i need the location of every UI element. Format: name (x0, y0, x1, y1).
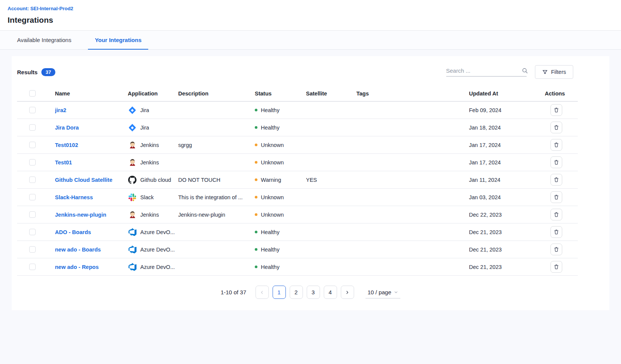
row-checkbox[interactable] (29, 211, 36, 218)
column-header-name: Name (55, 91, 128, 97)
row-checkbox[interactable] (29, 264, 36, 270)
application-name: Jenkins (140, 159, 159, 166)
status-dot (255, 266, 257, 268)
column-header-application: Application (128, 91, 178, 97)
table-row: Jenkins-new-plugin Jenkins Jenkins-new-p… (17, 206, 578, 223)
row-checkbox[interactable] (29, 194, 36, 200)
delete-button[interactable] (550, 244, 562, 255)
delete-button[interactable] (550, 139, 562, 151)
application-name: Jenkins (140, 142, 159, 148)
page-button-4[interactable]: 4 (324, 286, 337, 299)
column-header-actions: Actions (545, 91, 578, 97)
tab-available-integrations[interactable]: Available Integrations (10, 31, 78, 50)
azure-devops-icon (128, 263, 137, 271)
status-dot (255, 196, 257, 198)
jira-icon (128, 106, 137, 114)
status-dot (255, 126, 257, 129)
delete-button[interactable] (550, 122, 562, 133)
delete-button[interactable] (550, 209, 562, 220)
integration-name-link[interactable]: Test0102 (55, 142, 78, 148)
status-dot (255, 248, 257, 251)
jira-icon (128, 123, 137, 132)
select-all-checkbox[interactable] (29, 90, 36, 97)
azure-devops-icon (128, 228, 137, 236)
page-button-2[interactable]: 2 (290, 286, 303, 299)
application-name: Jenkins (140, 212, 159, 218)
table-header-row: Name Application Description Status Sate… (17, 86, 578, 102)
row-checkbox[interactable] (29, 142, 36, 148)
integration-name-link[interactable]: Jenkins-new-plugin (55, 212, 106, 218)
updated-at: Dec 22, 2023 (469, 212, 545, 218)
azure-devops-icon (128, 245, 137, 253)
next-page-button[interactable] (341, 286, 354, 299)
updated-at: Jan 17, 2024 (469, 159, 545, 166)
table-row: Github Cloud Satellite Github cloud DO N… (17, 171, 578, 189)
integration-name-link[interactable]: Github Cloud Satellite (55, 177, 112, 183)
status-label: Unknown (261, 194, 284, 200)
trash-icon (554, 212, 559, 217)
description: Jenkins-new-plugin (178, 212, 255, 218)
account-link[interactable]: Account: SEI-Internal-Prod2 (8, 6, 73, 11)
table-row: Test0102 Jenkins sgrgg Unknown (17, 136, 578, 154)
column-header-updated-at: Updated At (469, 91, 545, 97)
status-dot (255, 161, 257, 164)
filters-button[interactable]: Filters (535, 65, 573, 79)
page-button-1[interactable]: 1 (273, 286, 286, 299)
integration-name-link[interactable]: ADO - Boards (55, 229, 91, 235)
status-dot (255, 213, 257, 216)
jenkins-icon (128, 211, 137, 219)
description: sgrgg (178, 142, 255, 148)
status-dot (255, 231, 257, 233)
chevron-left-icon (260, 290, 264, 295)
row-checkbox[interactable] (29, 124, 36, 131)
satellite-value: YES (306, 177, 356, 183)
chevron-right-icon (345, 290, 350, 295)
integration-name-link[interactable]: Test01 (55, 159, 72, 166)
column-header-tags: Tags (356, 91, 469, 97)
column-header-status: Status (255, 91, 306, 97)
slack-icon (128, 194, 137, 201)
page-title: Integrations (8, 16, 613, 25)
integration-name-link[interactable]: Slack-Harness (55, 194, 93, 200)
integration-name-link[interactable]: Jira Dora (55, 125, 79, 131)
status-label: Unknown (261, 212, 284, 218)
table-row: Test01 Jenkins Unknown Jan (17, 154, 578, 171)
tab-your-integrations[interactable]: Your Integrations (88, 31, 148, 50)
trash-icon (554, 142, 559, 148)
integrations-card: Results 37 Filters Name Application Desc… (12, 56, 609, 310)
filter-funnel-icon (542, 69, 548, 75)
table-body: jira2 Jira Healthy Feb 09, (17, 102, 578, 276)
row-checkbox[interactable] (29, 246, 36, 253)
search-input[interactable] (446, 67, 522, 74)
page-button-3[interactable]: 3 (307, 286, 320, 299)
integration-name-link[interactable]: new ado - Boards (55, 247, 101, 253)
previous-page-button[interactable] (256, 286, 269, 299)
status-label: Healthy (261, 264, 279, 270)
row-checkbox[interactable] (29, 107, 36, 113)
updated-at: Jan 17, 2024 (469, 142, 545, 148)
delete-button[interactable] (550, 226, 562, 238)
table-row: new ado - Boards Azure DevO... Healthy (17, 241, 578, 258)
integration-name-link[interactable]: jira2 (55, 107, 66, 113)
application-name: Github cloud (140, 177, 171, 183)
delete-button[interactable] (550, 261, 562, 273)
trash-icon (554, 177, 559, 183)
row-checkbox[interactable] (29, 177, 36, 183)
pagination: 1-10 of 37 1 2 3 4 10 / page (12, 286, 609, 299)
delete-button[interactable] (550, 156, 562, 168)
delete-button[interactable] (550, 104, 562, 116)
trash-icon (554, 229, 559, 235)
row-checkbox[interactable] (29, 229, 36, 235)
row-checkbox[interactable] (29, 159, 36, 166)
updated-at: Dec 21, 2023 (469, 264, 545, 270)
page-size-select[interactable]: 10 / page (365, 286, 401, 298)
delete-button[interactable] (550, 191, 562, 203)
integration-name-link[interactable]: new ado - Repos (55, 264, 99, 270)
application-name: Jira (140, 125, 149, 131)
delete-button[interactable] (550, 174, 562, 186)
status-dot (255, 144, 257, 146)
status-label: Unknown (261, 159, 284, 166)
results-count-badge: 37 (41, 68, 55, 76)
chevron-down-icon (394, 290, 398, 294)
updated-at: Feb 09, 2024 (469, 107, 545, 113)
